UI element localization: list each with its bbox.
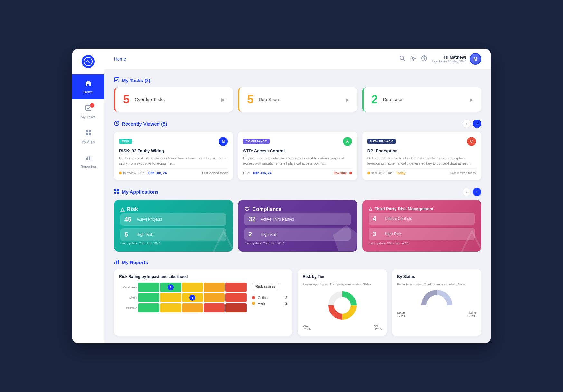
app-compliance-active-count: 32 bbox=[248, 215, 257, 223]
matrix-cells-2 bbox=[138, 303, 247, 312]
sidebar-apps-label: My Apps bbox=[81, 140, 95, 144]
app-compliance-title: 🛡 Compliance bbox=[244, 206, 350, 212]
cell-24 bbox=[225, 303, 247, 312]
card-avatar-1: A bbox=[343, 137, 352, 146]
sidebar-item-reporting[interactable]: Reporting bbox=[72, 149, 104, 174]
tasks-section-icon bbox=[114, 77, 119, 83]
help-icon[interactable] bbox=[421, 55, 427, 63]
matrix-cells-1: 1 bbox=[138, 293, 247, 302]
matrix-row-2: Possible bbox=[119, 303, 247, 312]
review-card-1[interactable]: COMPLIANCE A STD: Access Control Physica… bbox=[238, 132, 357, 180]
reports-grid: Risk Rating by Impact and Likelihood Ver… bbox=[114, 269, 481, 336]
app-compliance-high-label: High Risk bbox=[261, 232, 277, 237]
critical-count: 2 bbox=[285, 296, 287, 300]
critical-label: Critical bbox=[258, 296, 269, 300]
app-compliance-footer: Last update: 25th Jun, 2024 bbox=[244, 242, 350, 245]
review-desc-1: Physical access control mechanisms to ex… bbox=[243, 156, 352, 166]
review-footer-1: Due: 18th Jun, 24 Overdue bbox=[243, 168, 352, 175]
app-risk-metric-2: 5 High Risk bbox=[120, 228, 226, 241]
duelater-arrow-icon[interactable]: ▶ bbox=[470, 97, 473, 103]
cell-00 bbox=[138, 283, 159, 292]
svg-rect-20 bbox=[117, 192, 119, 194]
app-card-tprm[interactable]: △ △ Third Party Risk Management 4 Critic… bbox=[362, 200, 481, 252]
svg-rect-21 bbox=[114, 262, 115, 264]
recently-viewed-next[interactable]: › bbox=[473, 120, 481, 128]
duesoon-count: 5 bbox=[247, 94, 253, 105]
svg-rect-3 bbox=[89, 130, 91, 132]
app-compliance-icon: 🛡 bbox=[244, 206, 250, 212]
status-card: By Status Percentage of which Third part… bbox=[392, 269, 481, 336]
search-icon[interactable] bbox=[399, 55, 405, 63]
duelater-task-card[interactable]: 2 Due Later ▶ bbox=[362, 87, 481, 112]
due-date-2: Today bbox=[396, 171, 406, 175]
duesoon-arrow-icon[interactable]: ▶ bbox=[346, 97, 349, 103]
recently-viewed-icon bbox=[114, 121, 119, 127]
cell-badge-12: 1 bbox=[189, 295, 195, 301]
score-item-high: High 2 bbox=[252, 301, 287, 305]
review-title-1: STD: Access Control bbox=[243, 148, 352, 153]
matrix-cells-0: 1 bbox=[138, 283, 247, 292]
sidebar-item-tasks[interactable]: ! My Tasks bbox=[72, 99, 104, 124]
recently-viewed-title-text: Recently Viewed (5) bbox=[122, 121, 167, 127]
applications-icon bbox=[114, 189, 119, 195]
app-tprm-high-label: High Risk bbox=[385, 232, 401, 236]
main-content: Home bbox=[104, 49, 491, 343]
due-label-1: Due: bbox=[243, 171, 250, 175]
reports-title: My Reports bbox=[114, 259, 148, 265]
risk-rating-title: Risk Rating by Impact and Likelihood bbox=[119, 274, 287, 279]
app-tprm-critical-count: 4 bbox=[373, 215, 382, 223]
app-risk-metrics: 45 Active Projects 5 High Risk bbox=[120, 213, 226, 241]
matrix-row-0: Very Likely 1 bbox=[119, 283, 247, 292]
svg-rect-22 bbox=[116, 261, 117, 264]
svg-rect-4 bbox=[86, 133, 88, 135]
tasks-badge: ! bbox=[90, 103, 94, 108]
cell-14 bbox=[225, 293, 247, 302]
app-tprm-metric-2: 3 High Risk bbox=[369, 228, 475, 240]
tag-compliance-1: COMPLIANCE bbox=[243, 139, 270, 144]
duelater-count: 2 bbox=[371, 94, 378, 105]
high-dot bbox=[252, 302, 255, 305]
applications-next[interactable]: › bbox=[473, 188, 481, 196]
status-dot-2 bbox=[367, 172, 370, 174]
duesoon-task-card[interactable]: 5 Due Soon ▶ bbox=[238, 87, 357, 112]
review-desc-2: Detect and respond to cloud threats effe… bbox=[367, 156, 476, 166]
apps-icon bbox=[85, 129, 92, 138]
duelater-label: Due Later bbox=[383, 97, 464, 102]
overdue-task-card[interactable]: 5 Overdue Tasks ▶ bbox=[114, 87, 233, 112]
sidebar-item-home[interactable]: Home bbox=[72, 74, 104, 99]
applications-title-text: My Applications bbox=[122, 189, 158, 195]
app-tprm-critical-label: Critical Controls bbox=[385, 216, 412, 221]
review-title-2: DP: Encryption bbox=[367, 148, 476, 153]
home-icon bbox=[85, 80, 92, 88]
review-card-2[interactable]: DATA PRIVACY C DP: Encryption Detect and… bbox=[362, 132, 481, 180]
status-dot-0 bbox=[119, 172, 122, 174]
risk-rating-card: Risk Rating by Impact and Likelihood Ver… bbox=[114, 269, 292, 336]
reports-section: My Reports Risk Rating by Impact and Lik… bbox=[114, 259, 481, 336]
sidebar-item-apps[interactable]: My Apps bbox=[72, 124, 104, 149]
review-title-0: RISK: 93 Faulty Wiring bbox=[119, 148, 228, 153]
status-setup-label: Setup17.2% bbox=[397, 311, 406, 318]
svg-rect-6 bbox=[86, 158, 87, 160]
avatar[interactable]: M bbox=[470, 53, 481, 65]
review-card-0[interactable]: RISK M RISK: 93 Faulty Wiring Reduce the… bbox=[114, 132, 233, 180]
tier-subtitle: Percentage of which Third parties are in… bbox=[303, 283, 382, 286]
app-compliance-name: Compliance bbox=[252, 206, 282, 212]
app-card-risk[interactable]: △ △ Risk 45 Active Projects 5 bbox=[114, 200, 233, 252]
user-greeting: Hi Mathew! bbox=[432, 55, 466, 60]
nav-home-link[interactable]: Home bbox=[114, 56, 126, 62]
recently-viewed-prev[interactable]: ‹ bbox=[463, 120, 471, 128]
matrix-label-0: Very Likely bbox=[119, 286, 137, 289]
overdue-count: 5 bbox=[123, 94, 129, 105]
settings-icon[interactable] bbox=[410, 55, 416, 63]
svg-rect-7 bbox=[87, 157, 88, 160]
high-count: 2 bbox=[285, 301, 287, 305]
svg-point-12 bbox=[412, 57, 414, 59]
applications-prev[interactable]: ‹ bbox=[463, 188, 471, 196]
tasks-section-header: My Tasks (8) bbox=[114, 77, 481, 83]
svg-rect-19 bbox=[114, 192, 116, 194]
last-viewed-0: Last viewed today bbox=[202, 171, 228, 175]
app-card-compliance[interactable]: ⬟ 🛡 Compliance 32 Active Third Parties bbox=[238, 200, 357, 252]
cell-01: 1 bbox=[160, 283, 181, 292]
reports-header: My Reports bbox=[114, 259, 481, 265]
overdue-arrow-icon[interactable]: ▶ bbox=[221, 97, 225, 103]
